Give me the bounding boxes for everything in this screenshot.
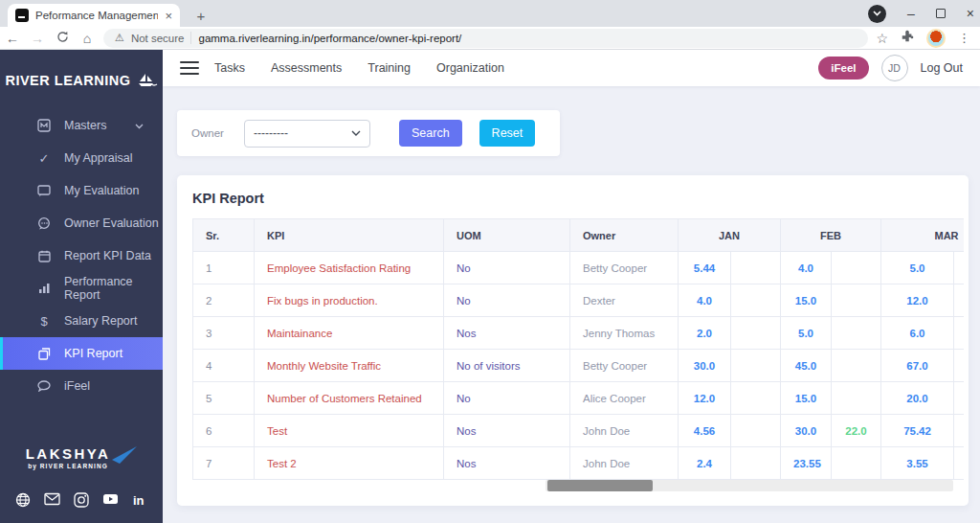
cell-feb: 4.0 xyxy=(781,252,832,284)
refresh-icon[interactable] xyxy=(50,31,75,46)
brand-logo[interactable]: RIVER LEARNING xyxy=(0,59,163,102)
sidebar-item-my-appraisal[interactable]: ✓ My Appraisal xyxy=(0,142,163,174)
comment-round-icon xyxy=(36,217,52,230)
home-icon[interactable]: ⌂ xyxy=(75,31,100,46)
cell-feb_b: 22.0 xyxy=(832,415,881,447)
brand-name: RIVER LEARNING xyxy=(5,73,130,88)
cell-owner: Dexter xyxy=(570,284,679,317)
sidebar-item-kpi-report[interactable]: KPI Report xyxy=(0,337,163,370)
cell-jan_b xyxy=(731,350,781,382)
browser-profile-avatar[interactable] xyxy=(926,29,946,48)
cell-jan: 5.44 xyxy=(679,252,731,284)
search-button[interactable]: Search xyxy=(399,120,462,147)
cell-feb: 15.0 xyxy=(781,284,832,317)
ifeel-button[interactable]: iFeel xyxy=(818,57,868,80)
sidebar-item-ifeel[interactable]: iFeel xyxy=(0,370,163,402)
cell-sr: 1 xyxy=(193,252,255,284)
lakshya-title: LAKSHYA xyxy=(26,446,111,461)
restore-button[interactable] xyxy=(936,9,946,18)
extensions-puzzle-icon[interactable] xyxy=(901,30,914,47)
cell-sr: 6 xyxy=(193,415,255,447)
sidebar-item-label: KPI Report xyxy=(64,347,122,360)
sidebar-item-report-kpi-data[interactable]: Report KPI Data xyxy=(0,239,163,272)
browser-update-icon[interactable] xyxy=(868,5,886,23)
youtube-icon[interactable] xyxy=(102,492,119,508)
globe-icon[interactable] xyxy=(15,492,31,508)
cell-mar_b xyxy=(954,284,964,317)
email-icon[interactable] xyxy=(44,492,60,508)
cell-owner: Betty Cooper xyxy=(570,252,679,284)
cell-jan_b xyxy=(731,447,781,480)
browser-tab[interactable]: Peformance Management × xyxy=(8,4,180,27)
chat-square-icon xyxy=(36,185,52,197)
cell-jan_b xyxy=(731,317,781,350)
cell-owner: Betty Cooper xyxy=(570,350,679,382)
user-avatar[interactable]: JD xyxy=(881,55,908,81)
close-window-button[interactable]: × xyxy=(967,7,974,20)
url-field[interactable]: ⚠ Not secure gamma.riverlearning.in/perf… xyxy=(103,29,868,48)
nav-training[interactable]: Training xyxy=(368,61,411,75)
linkedin-icon[interactable]: in xyxy=(132,492,147,508)
bookmark-star-icon[interactable]: ☆ xyxy=(876,31,888,46)
nav-tasks[interactable]: Tasks xyxy=(214,61,245,75)
tab-close-icon[interactable]: × xyxy=(165,9,172,23)
logout-link[interactable]: Log Out xyxy=(921,61,963,75)
col-kpi: KPI xyxy=(255,219,444,252)
kpi-report-card: KPI Report Sr. KPI UOM Owner JAN FEB xyxy=(177,175,969,506)
sidebar-item-label: My Appraisal xyxy=(64,151,133,165)
cell-feb: 45.0 xyxy=(781,350,832,382)
reset-button[interactable]: Reset xyxy=(479,120,536,147)
cell-feb: 23.55 xyxy=(781,447,832,480)
hamburger-menu-icon[interactable] xyxy=(180,61,199,76)
not-secure-warning-icon: ⚠ xyxy=(115,32,124,44)
table-row: 6TestNosJohn Doe4.5630.022.075.42 xyxy=(193,415,965,447)
nav-assessments[interactable]: Assessments xyxy=(271,61,342,75)
security-label: Not secure xyxy=(131,33,185,44)
cell-uom: Nos xyxy=(444,415,570,447)
cell-jan: 4.0 xyxy=(679,284,731,317)
cell-feb: 5.0 xyxy=(781,317,832,350)
cell-jan: 30.0 xyxy=(679,350,731,382)
cell-mar: 20.0 xyxy=(881,382,954,415)
cell-jan_b xyxy=(731,382,781,415)
nav-organization[interactable]: Organization xyxy=(436,61,504,75)
cell-feb_b xyxy=(832,350,881,382)
col-uom: UOM xyxy=(444,219,570,252)
sidebar-item-performance-report[interactable]: Performance Report xyxy=(0,272,163,305)
cell-kpi: Employee Satisfaction Rating xyxy=(255,252,444,284)
social-links: in xyxy=(0,492,163,508)
browser-menu-icon[interactable]: ⋮ xyxy=(958,31,970,45)
sidebar-item-my-evaluation[interactable]: My Evaluation xyxy=(0,174,163,207)
table-row: 2Fix bugs in production.NoDexter4.015.01… xyxy=(193,284,965,317)
cell-jan_b xyxy=(731,284,781,317)
browser-address-bar: ← → ⌂ ⚠ Not secure gamma.riverlearning.i… xyxy=(0,27,980,50)
scrollbar-thumb[interactable] xyxy=(547,480,653,491)
back-icon[interactable]: ← xyxy=(0,31,25,46)
cell-jan: 2.0 xyxy=(679,317,731,350)
sidebar-item-label: Report KPI Data xyxy=(64,249,151,262)
cell-jan: 2.4 xyxy=(679,447,731,480)
calendar-icon xyxy=(36,250,52,262)
new-tab-button[interactable]: + xyxy=(189,4,212,27)
cell-sr: 5 xyxy=(193,382,255,415)
top-nav: Tasks Assessments Training Organization xyxy=(214,61,504,75)
instagram-icon[interactable] xyxy=(74,492,89,508)
kpi-table-body: 1Employee Satisfaction RatingNoBetty Coo… xyxy=(193,252,965,480)
horizontal-scrollbar[interactable] xyxy=(546,480,953,491)
owner-select[interactable]: --------- xyxy=(244,120,370,148)
sidebar-item-owner-evaluation[interactable]: Owner Evaluation xyxy=(0,207,163,239)
forward-icon[interactable]: → xyxy=(25,31,50,46)
kpi-table-container[interactable]: Sr. KPI UOM Owner JAN FEB MAR 1Employee … xyxy=(192,218,964,480)
lakshya-swoosh-icon xyxy=(112,446,137,466)
cell-jan: 12.0 xyxy=(679,382,731,415)
sidebar-item-salary-report[interactable]: $ Salary Report xyxy=(0,305,163,337)
minimize-button[interactable]: – xyxy=(907,7,915,20)
cell-sr: 3 xyxy=(193,317,255,350)
cell-feb_b xyxy=(832,447,881,480)
table-row: 3MaintainanceNosJenny Thomas2.05.06.0 xyxy=(193,317,965,350)
bar-chart-icon xyxy=(36,283,52,294)
dollar-icon: $ xyxy=(36,314,52,329)
cell-kpi: Test 2 xyxy=(255,447,444,480)
speech-bubble-icon xyxy=(36,380,52,392)
sidebar-item-masters[interactable]: Masters xyxy=(0,109,163,142)
